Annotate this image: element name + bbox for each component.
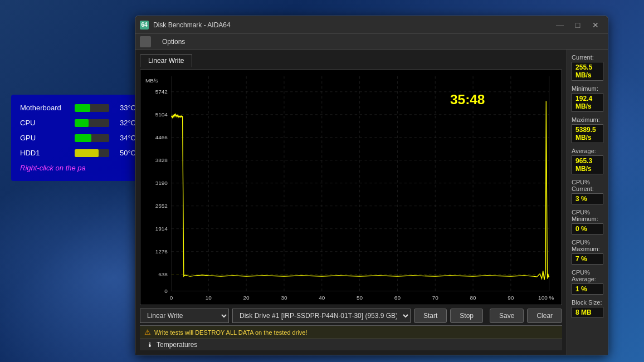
minimize-button[interactable]: — (552, 19, 568, 31)
svg-text:90: 90 (508, 295, 514, 301)
temp-value: 33°C (114, 104, 136, 112)
bottom-controls: Linear Write Disk Drive #1 [IRP-SSDPR-P4… (140, 305, 562, 325)
svg-text:10: 10 (206, 295, 212, 301)
svg-text:35:48: 35:48 (450, 92, 485, 107)
svg-text:4466: 4466 (155, 134, 168, 140)
temp-label: GPU (20, 134, 70, 142)
test-type-select[interactable]: Linear Write (140, 309, 229, 323)
temp-label: HDD1 (20, 149, 70, 157)
restore-button[interactable]: □ (570, 19, 586, 31)
block-size-label: Block Size: (572, 299, 603, 306)
svg-text:3828: 3828 (155, 157, 168, 163)
close-button[interactable]: ✕ (588, 19, 603, 31)
thermometer-icon: 🌡 (147, 341, 153, 349)
temp-value: 50°C (114, 149, 136, 157)
footer-tab[interactable]: 🌡 Temperatures (140, 339, 562, 350)
window-title: Disk Benchmark - AIDA64 (153, 21, 231, 29)
svg-text:70: 70 (432, 295, 439, 301)
cpu-maximum-label: CPU% Maximum: (572, 239, 603, 252)
title-bar-left: 64 Disk Benchmark - AIDA64 (140, 21, 231, 30)
svg-text:0: 0 (170, 295, 173, 301)
svg-text:1914: 1914 (155, 226, 168, 232)
stat-maximum: Maximum: 5389.5 MB/s (572, 116, 603, 143)
title-bar: 64 Disk Benchmark - AIDA64 — □ ✕ (135, 16, 608, 34)
current-value: 255.5 MB/s (572, 62, 603, 81)
maximum-value: 5389.5 MB/s (572, 124, 603, 143)
svg-text:MB/s: MB/s (145, 77, 158, 84)
temp-bar (75, 119, 89, 127)
cpu-current-label: CPU% Current: (572, 179, 603, 192)
temp-bar-container (75, 104, 109, 112)
temp-row: CPU 32°C (20, 119, 136, 127)
content-area: Linear Write (135, 50, 608, 355)
temperature-widget: Motherboard 33°C CPU 32°C GPU 34°C HDD1 … (11, 95, 145, 181)
stat-cpu-current: CPU% Current: 3 % (572, 179, 603, 204)
tab-linear-write[interactable]: Linear Write (140, 54, 192, 67)
temp-bar-container (75, 149, 109, 157)
temp-value: 34°C (114, 134, 136, 142)
menu-bar: Options (135, 34, 608, 50)
cpu-minimum-value: 0 % (572, 223, 603, 234)
temp-bar (75, 104, 90, 112)
minimum-label: Minimum: (572, 85, 603, 92)
cpu-average-value: 1 % (572, 283, 603, 295)
svg-text:638: 638 (158, 271, 168, 277)
temp-row: HDD1 50°C (20, 149, 136, 157)
window-controls: — □ ✕ (552, 19, 603, 31)
warning-icon: ⚠ (144, 328, 151, 336)
stat-minimum: Minimum: 192.4 MB/s (572, 85, 603, 112)
average-label: Average: (572, 148, 603, 154)
svg-text:30: 30 (281, 295, 287, 301)
warning-bar: ⚠ Write tests will DESTROY ALL DATA on t… (140, 325, 562, 339)
svg-rect-0 (140, 70, 562, 305)
current-label: Current: (572, 54, 603, 61)
maximum-label: Maximum: (572, 116, 603, 123)
svg-text:50: 50 (357, 295, 363, 301)
svg-text:20: 20 (243, 295, 250, 301)
aida64-window: 64 Disk Benchmark - AIDA64 — □ ✕ Options… (135, 16, 608, 355)
svg-text:2552: 2552 (155, 203, 168, 209)
stats-panel: Current: 255.5 MB/s Minimum: 192.4 MB/s … (567, 50, 608, 355)
right-click-hint: Right-click on the pa (20, 164, 136, 172)
temp-bar (75, 149, 99, 157)
cpu-maximum-value: 7 % (572, 253, 603, 265)
svg-text:3190: 3190 (155, 180, 168, 186)
cpu-current-value: 3 % (572, 193, 603, 204)
stat-average: Average: 965.3 MB/s (572, 148, 603, 174)
temp-label: CPU (20, 119, 70, 127)
chart-section: Linear Write (135, 50, 567, 355)
options-menu[interactable]: Options (158, 37, 189, 47)
app-icon: 64 (140, 21, 149, 30)
temp-value: 32°C (114, 119, 136, 127)
stat-current: Current: 255.5 MB/s (572, 54, 603, 81)
stop-button[interactable]: Stop (450, 309, 483, 323)
drive-select[interactable]: Disk Drive #1 [IRP-SSDPR-P44N-01T-30] (9… (232, 309, 411, 323)
svg-text:1276: 1276 (155, 248, 168, 255)
menu-icon (140, 36, 151, 47)
svg-text:60: 60 (394, 295, 401, 301)
stat-cpu-maximum: CPU% Maximum: 7 % (572, 239, 603, 265)
svg-text:100 %: 100 % (538, 295, 554, 301)
stat-cpu-average: CPU% Average: 1 % (572, 269, 603, 295)
temp-row: Motherboard 33°C (20, 104, 136, 112)
save-button[interactable]: Save (490, 309, 524, 323)
cpu-average-label: CPU% Average: (572, 269, 603, 282)
chart-area: 5742 5104 4466 3828 3190 2552 1914 1276 … (140, 70, 562, 305)
svg-text:5742: 5742 (155, 89, 168, 95)
temp-bar-container (75, 119, 109, 127)
clear-button[interactable]: Clear (527, 309, 562, 323)
temp-bar (75, 134, 91, 142)
temp-label: Motherboard (20, 104, 70, 112)
cpu-minimum-label: CPU% Minimum: (572, 209, 603, 222)
stat-cpu-minimum: CPU% Minimum: 0 % (572, 209, 603, 234)
tab-bar: Linear Write (140, 54, 562, 67)
svg-text:80: 80 (470, 295, 477, 301)
svg-text:0: 0 (164, 288, 168, 294)
start-button[interactable]: Start (414, 309, 447, 323)
block-size-value: 8 MB (572, 307, 603, 318)
svg-text:5104: 5104 (155, 111, 168, 118)
minimum-value: 192.4 MB/s (572, 93, 603, 112)
average-value: 965.3 MB/s (572, 155, 603, 174)
temp-bar-container (75, 134, 109, 142)
temperatures-tab-label: Temperatures (157, 341, 197, 349)
